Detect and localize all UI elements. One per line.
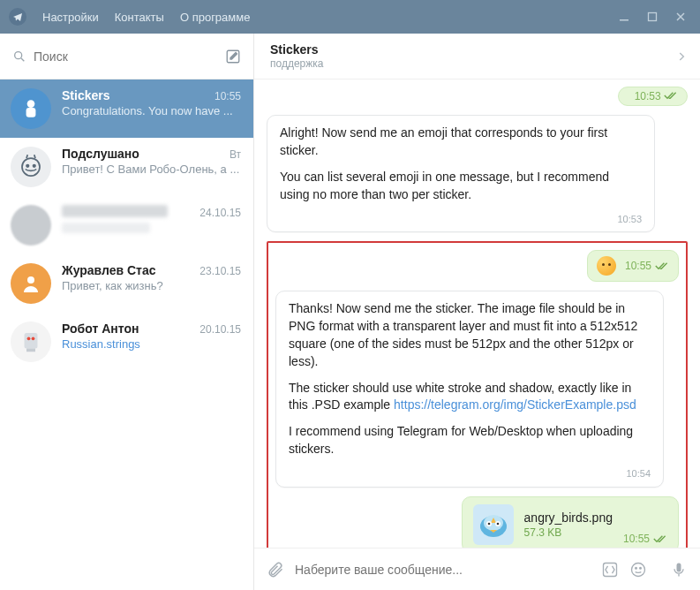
- emoji-icon[interactable]: [629, 561, 647, 579]
- smile-emoji-icon: [597, 256, 616, 276]
- svg-point-23: [640, 567, 642, 569]
- message-time: 10:55: [625, 260, 669, 272]
- file-size: 57.3 KB: [524, 526, 613, 539]
- sidebar: Stickers10:55 Congratulations. You now h…: [0, 34, 254, 590]
- close-button[interactable]: [666, 4, 695, 29]
- chat-pane: Stickers поддержка 10:53 Alright! Now se…: [254, 34, 700, 590]
- chat-name: Робот Антон: [62, 321, 139, 336]
- svg-rect-10: [25, 333, 38, 349]
- message-time: 10:55: [623, 533, 667, 545]
- chat-preview: Привет! С Вами Робо-Олень, а ...: [62, 163, 241, 176]
- chat-time: 20.10.15: [199, 323, 241, 336]
- message-input-bar: [254, 548, 700, 590]
- attach-icon[interactable]: [267, 561, 284, 579]
- checks-icon: [653, 534, 667, 543]
- avatar: [11, 321, 51, 362]
- chat-title: Stickers: [270, 42, 675, 57]
- file-name: angry_birds.png: [524, 511, 613, 525]
- checks-icon: [655, 261, 669, 270]
- telegram-logo-icon: [9, 8, 26, 26]
- chat-item[interactable]: Журавлев Стас23.10.15 Привет, как жизнь?: [0, 254, 253, 313]
- avatar: [11, 147, 51, 187]
- file-thumbnail: [473, 504, 514, 545]
- menu-contacts[interactable]: Контакты: [115, 11, 164, 24]
- svg-rect-13: [26, 349, 35, 352]
- svg-point-18: [487, 522, 490, 525]
- minimize-button[interactable]: [610, 4, 638, 29]
- avatar: [11, 263, 51, 304]
- command-icon[interactable]: [601, 561, 619, 579]
- svg-point-22: [636, 567, 637, 569]
- chat-name: Подслушано: [62, 147, 139, 161]
- svg-point-2: [15, 51, 22, 58]
- message-text: Alright! Now send me an emoji that corre…: [280, 125, 642, 160]
- chat-list: Stickers10:55 Congratulations. You now h…: [0, 79, 253, 590]
- avatar: [11, 205, 51, 246]
- message-time: 10:54: [289, 467, 651, 481]
- titlebar: Настройки Контакты О программе: [0, 0, 700, 34]
- chat-item[interactable]: x24.10.15 x: [0, 196, 253, 254]
- svg-point-21: [632, 563, 645, 576]
- svg-rect-24: [677, 563, 681, 571]
- messages-area[interactable]: 10:53 Alright! Now send me an emoji that…: [254, 79, 700, 548]
- svg-point-4: [27, 100, 35, 108]
- chat-item-stickers[interactable]: Stickers10:55 Congratulations. You now h…: [0, 79, 253, 138]
- message-in: Alright! Now send me an emoji that corre…: [267, 115, 655, 232]
- avatar: [11, 88, 51, 129]
- chat-subtitle: поддержка: [270, 57, 675, 70]
- psd-link[interactable]: https://telegram.org/img/StickerExample.…: [394, 397, 636, 412]
- mic-icon[interactable]: [670, 561, 688, 579]
- menu-about[interactable]: О программе: [180, 11, 251, 24]
- chat-time: Вт: [230, 148, 241, 161]
- svg-point-6: [22, 158, 40, 176]
- app-window: Настройки Контакты О программе: [0, 0, 700, 590]
- menu-settings[interactable]: Настройки: [42, 11, 99, 24]
- search-box[interactable]: [12, 42, 216, 71]
- svg-point-19: [496, 522, 499, 525]
- chat-preview: Russian.strings: [62, 337, 241, 351]
- message-text: I recommend using Telegram for Web/Deskt…: [289, 423, 651, 458]
- chat-item[interactable]: Робот Антон20.10.15 Russian.strings: [0, 313, 253, 371]
- message-out-file[interactable]: angry_birds.png 57.3 KB 10:55: [462, 496, 679, 548]
- status-chip: 10:53: [618, 87, 688, 106]
- chat-preview-blurred: x: [62, 223, 150, 233]
- checks-icon: [664, 91, 678, 100]
- highlight-region: 10:55 Thanks! Now send me the sticker. T…: [267, 241, 688, 548]
- chat-time: 23.10.15: [199, 265, 241, 277]
- svg-point-7: [26, 165, 29, 168]
- chat-time: 10:55: [215, 90, 241, 102]
- message-in: Thanks! Now send me the sticker. The ima…: [275, 291, 664, 488]
- search-icon: [12, 49, 26, 64]
- svg-point-11: [27, 337, 31, 340]
- message-text: Thanks! Now send me the sticker. The ima…: [289, 300, 651, 371]
- search-input[interactable]: [34, 49, 216, 64]
- message-out-emoji: 10:55: [587, 250, 679, 282]
- svg-rect-5: [26, 108, 36, 117]
- svg-point-8: [34, 165, 36, 168]
- message-input[interactable]: [295, 563, 591, 577]
- svg-rect-1: [649, 13, 657, 21]
- chat-preview: Congratulations. You now have ...: [62, 104, 241, 117]
- chat-time: 24.10.15: [199, 207, 241, 219]
- message-text: You can list several emoji in one messag…: [280, 169, 642, 204]
- compose-icon[interactable]: [225, 49, 241, 64]
- chat-header: Stickers поддержка: [254, 34, 700, 79]
- chat-preview: Привет, как жизнь?: [62, 279, 241, 292]
- chat-item[interactable]: ПодслушаноВт Привет! С Вами Робо-Олень, …: [0, 138, 253, 196]
- maximize-button[interactable]: [638, 4, 666, 29]
- message-time: 10:53: [280, 213, 642, 227]
- prev-msg-tail: 10:53: [267, 87, 688, 106]
- chat-name: Журавлев Стас: [62, 263, 156, 277]
- chat-name-blurred: x: [62, 205, 168, 217]
- svg-rect-0: [620, 19, 628, 21]
- svg-point-9: [27, 276, 34, 284]
- search-row: [0, 34, 253, 79]
- chat-name: Stickers: [62, 88, 109, 102]
- svg-point-12: [32, 337, 35, 340]
- message-text: The sticker should use white stroke and …: [289, 380, 651, 415]
- chevron-right-icon[interactable]: [675, 50, 688, 63]
